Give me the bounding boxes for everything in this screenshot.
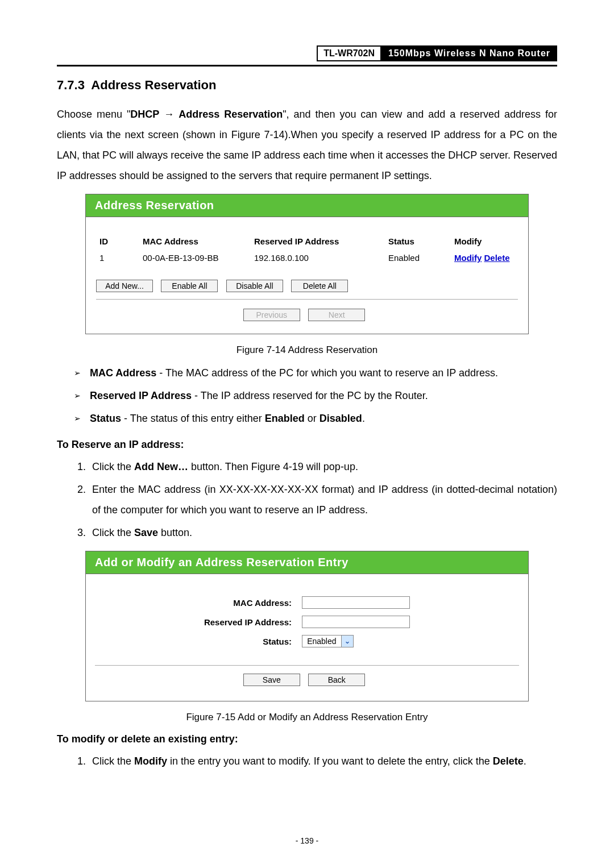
chevron-down-icon: ⌄ [341,636,353,647]
cell-mac: 00-0A-EB-13-09-BB [138,250,250,266]
modify-steps: Click the Modify in the entry you want t… [57,751,557,771]
status-select[interactable]: Enabled ⌄ [302,635,353,647]
reserve-heading: To Reserve an IP address: [57,439,557,451]
entry-form: MAC Address: Reserved IP Address: Status… [198,592,416,651]
label-status: Status: [200,632,296,650]
button-row-pager: Previous Next [96,299,518,321]
figure-7-15: Add or Modify an Address Reservation Ent… [85,551,529,701]
header-desc: 150Mbps Wireless N Nano Router [381,45,557,61]
def-mac: MAC Address - The MAC address of the PC … [74,363,557,383]
enable-all-button[interactable]: Enable All [161,280,218,292]
modify-step-1: Click the Modify in the entry you want t… [89,751,557,771]
figure-7-15-caption: Figure 7-15 Add or Modify an Address Res… [57,712,557,723]
add-new-button[interactable]: Add New... [96,280,153,292]
back-button[interactable]: Back [308,674,365,686]
definition-list: MAC Address - The MAC address of the PC … [57,363,557,429]
col-mac: MAC Address [138,233,250,250]
button-row-actions: Add New... Enable All Disable All Delete… [96,280,518,292]
page-number: - 139 - [0,836,614,845]
reserve-steps: Click the Add New… button. Then Figure 4… [57,456,557,543]
figure-7-14-caption: Figure 7-14 Address Reservation [57,344,557,356]
header-model: TL-WR702N [317,45,381,61]
table-row: 1 00-0A-EB-13-09-BB 192.168.0.100 Enable… [95,250,519,266]
header-rule [57,65,557,67]
disable-all-button[interactable]: Disable All [226,280,283,292]
ip-input[interactable] [302,616,410,628]
figure-7-15-title: Add or Modify an Address Reservation Ent… [86,551,528,574]
col-modify: Modify [450,233,519,250]
delete-all-button[interactable]: Delete All [291,280,348,292]
cell-ip: 192.168.0.100 [250,250,384,266]
save-button[interactable]: Save [243,674,300,686]
intro-paragraph: Choose menu "DHCP → Address Reservation"… [57,104,557,186]
status-select-value: Enabled [302,636,341,647]
cell-status: Enabled [384,250,450,266]
form-button-row: Save Back [95,665,519,692]
page-header: TL-WR702N 150Mbps Wireless N Nano Router [57,45,557,61]
label-mac: MAC Address: [200,593,296,612]
reserve-step-3: Click the Save button. [89,522,557,543]
modify-heading: To modify or delete an existing entry: [57,733,557,745]
label-ip: Reserved IP Address: [200,613,296,631]
def-ip: Reserved IP Address - The IP address res… [74,385,557,406]
section-heading: 7.7.3 Address Reservation [57,78,557,93]
col-status: Status [384,233,450,250]
reserve-step-2: Enter the MAC address (in XX-XX-XX-XX-XX… [89,479,557,520]
reservation-table: ID MAC Address Reserved IP Address Statu… [95,233,519,266]
col-ip: Reserved IP Address [250,233,384,250]
mac-input[interactable] [302,596,410,609]
figure-7-14: Address Reservation ID MAC Address Reser… [85,194,529,334]
reserve-step-1: Click the Add New… button. Then Figure 4… [89,456,557,477]
def-status: Status - The status of this entry either… [74,408,557,429]
figure-7-14-title: Address Reservation [86,194,528,217]
previous-button[interactable]: Previous [243,309,300,321]
delete-link[interactable]: Delete [484,253,510,263]
col-id: ID [95,233,138,250]
modify-link[interactable]: Modify [454,253,482,263]
next-button[interactable]: Next [308,309,365,321]
cell-id: 1 [95,250,138,266]
